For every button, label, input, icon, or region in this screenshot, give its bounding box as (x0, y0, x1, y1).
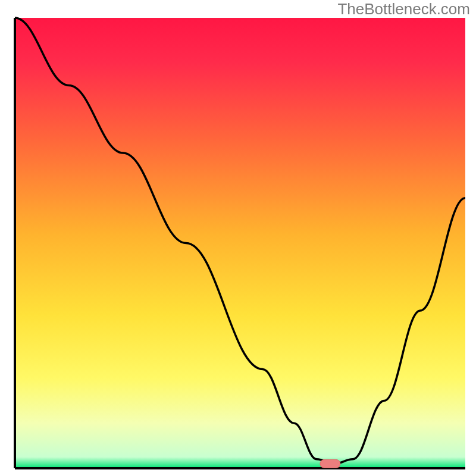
chart-container: TheBottleneck.com (0, 0, 476, 476)
watermark-label: TheBottleneck.com (337, 0, 470, 18)
plot-background (15, 18, 465, 468)
optimum-marker (320, 459, 340, 468)
bottleneck-chart (0, 0, 476, 476)
